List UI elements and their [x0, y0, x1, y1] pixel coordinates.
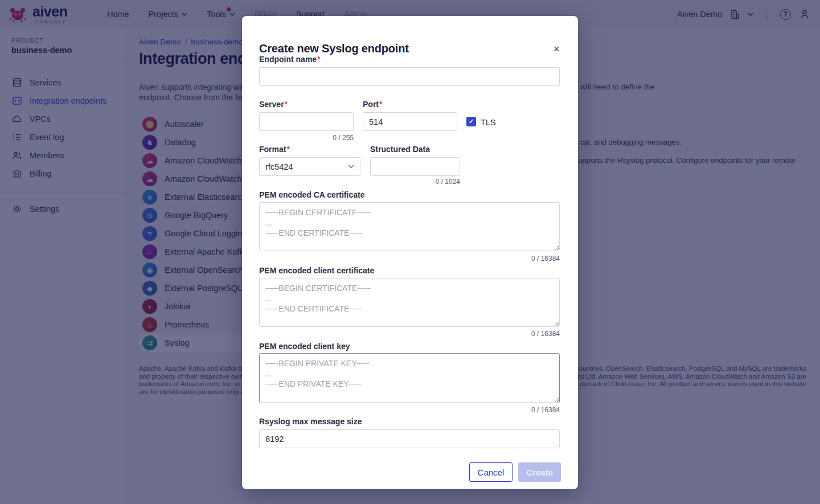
ca-certificate-textarea[interactable]: [259, 202, 560, 251]
server-input[interactable]: [259, 112, 354, 131]
check-icon: ✓: [469, 118, 474, 125]
server-label: Server*: [259, 100, 288, 109]
endpoint-name-label: Endpoint name*: [259, 55, 321, 64]
format-select[interactable]: rfc5424: [259, 157, 360, 176]
client-certificate-textarea[interactable]: [259, 278, 560, 327]
port-label: Port*: [363, 100, 382, 109]
modal-title: Create new Syslog endpoint: [259, 42, 409, 55]
structured-data-label: Structured Data: [370, 145, 430, 154]
structured-data-input[interactable]: [370, 157, 460, 176]
client-certificate-label: PEM encoded client certificate: [259, 266, 374, 275]
server-counter: 0 / 255: [259, 134, 354, 142]
client-key-counter: 0 / 16384: [259, 406, 560, 414]
port-input[interactable]: [363, 112, 457, 131]
cancel-button[interactable]: Cancel: [469, 462, 513, 482]
rsyslog-max-input[interactable]: [259, 429, 560, 448]
ca-certificate-label: PEM encoded CA certificate: [259, 190, 364, 199]
client-key-textarea[interactable]: [259, 353, 560, 403]
format-selected-value: rfc5424: [265, 162, 293, 171]
client-key-label: PEM encoded client key: [259, 342, 350, 351]
ca-certificate-counter: 0 / 16384: [259, 255, 560, 263]
format-label: Format*: [259, 145, 290, 154]
rsyslog-max-label: Rsyslog max message size: [259, 417, 362, 426]
chevron-down-icon: [348, 165, 354, 169]
tls-label: TLS: [481, 118, 496, 127]
structured-data-counter: 0 / 1024: [370, 178, 460, 186]
tls-checkbox[interactable]: ✓: [466, 117, 476, 126]
create-button[interactable]: Create: [518, 462, 561, 482]
modal-buttons: Cancel Create: [469, 462, 561, 482]
create-syslog-endpoint-modal: Create new Syslog endpoint × Endpoint na…: [242, 16, 578, 489]
client-certificate-counter: 0 / 16384: [259, 330, 560, 338]
endpoint-name-input[interactable]: [259, 67, 560, 86]
close-icon[interactable]: ×: [550, 42, 563, 56]
